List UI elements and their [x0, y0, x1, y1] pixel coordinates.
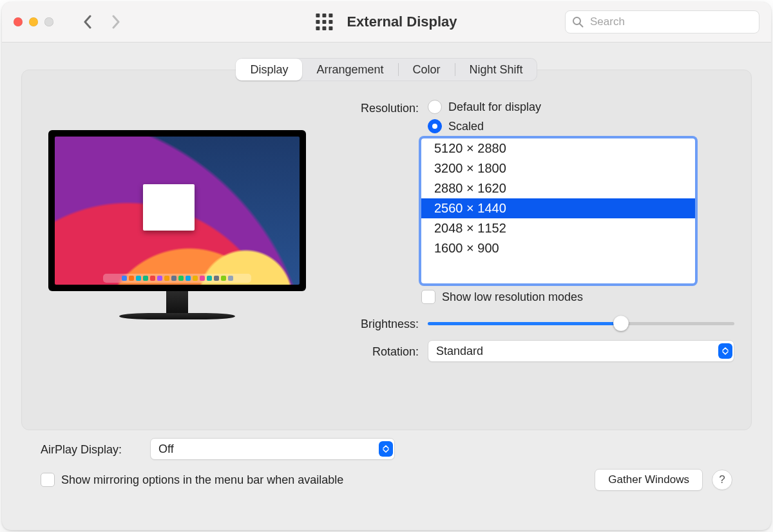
resolution-default-radio[interactable]: Default for display [428, 100, 734, 114]
resolution-scaled-radio[interactable]: Scaled [428, 119, 734, 133]
body: Display Arrangement Color Night Shift [2, 43, 771, 501]
rotation-select[interactable]: Standard [428, 340, 734, 362]
svg-line-1 [580, 24, 583, 27]
zoom-window-button [44, 17, 53, 26]
resolution-option[interactable]: 3200 × 1800 [421, 158, 695, 178]
title-cluster: External Display [316, 14, 457, 30]
controls: Resolution: Default for display Scaled 5… [335, 95, 734, 412]
airplay-value: Off [158, 442, 174, 456]
brightness-label: Brightness: [335, 316, 428, 331]
airplay-label: AirPlay Display: [41, 441, 150, 457]
brightness-slider[interactable] [428, 322, 734, 325]
preferences-window: External Display Display Arrangement Col… [2, 2, 771, 530]
resolution-scaled-label: Scaled [448, 120, 484, 133]
tab-bar: Display Arrangement Color Night Shift [236, 58, 537, 81]
back-button[interactable] [79, 14, 96, 30]
rotation-label: Rotation: [335, 343, 428, 359]
nav-buttons [79, 14, 124, 30]
show-low-res-checkbox[interactable]: Show low resolution modes [421, 290, 734, 304]
tab-night-shift[interactable]: Night Shift [455, 59, 537, 81]
search-input[interactable] [589, 15, 752, 29]
chevron-up-down-icon [379, 441, 393, 457]
tab-arrangement[interactable]: Arrangement [302, 59, 397, 81]
show-mirroring-label: Show mirroring options in the menu bar w… [61, 473, 343, 487]
tab-color[interactable]: Color [399, 59, 455, 81]
footer: AirPlay Display: Off Show mirroring opti… [21, 430, 752, 491]
search-field[interactable] [565, 10, 759, 33]
radio-icon [428, 119, 442, 133]
resolution-option[interactable]: 2880 × 1620 [421, 178, 695, 198]
resolution-option[interactable]: 2560 × 1440 [421, 198, 695, 218]
window-title: External Display [347, 14, 457, 30]
traffic-lights [14, 17, 53, 26]
forward-button[interactable] [108, 14, 124, 30]
monitor-illustration [48, 130, 306, 319]
display-panel: Resolution: Default for display Scaled 5… [21, 70, 752, 430]
slider-thumb[interactable] [613, 316, 629, 331]
close-window-button[interactable] [14, 17, 23, 26]
display-preview [39, 95, 316, 412]
resolution-default-label: Default for display [448, 100, 541, 114]
minimize-window-button[interactable] [29, 17, 38, 26]
resolution-option[interactable]: 2048 × 1152 [421, 218, 695, 238]
resolution-option[interactable]: 1600 × 900 [421, 238, 695, 258]
resolution-listbox[interactable]: 5120 × 28803200 × 18002880 × 16202560 × … [421, 138, 695, 283]
show-low-res-label: Show low resolution modes [442, 290, 583, 304]
chevron-up-down-icon [718, 343, 732, 359]
radio-icon [428, 100, 442, 114]
airplay-select[interactable]: Off [150, 438, 395, 460]
resolution-option[interactable]: 5120 × 2880 [421, 138, 695, 158]
tab-display[interactable]: Display [236, 59, 302, 81]
resolution-label: Resolution: [335, 100, 428, 115]
search-icon [572, 16, 584, 28]
checkbox-icon [41, 473, 55, 487]
gather-windows-button[interactable]: Gather Windows [595, 469, 703, 491]
titlebar: External Display [2, 2, 771, 43]
checkbox-icon [421, 290, 435, 304]
help-button[interactable]: ? [712, 470, 732, 490]
show-all-prefs-button[interactable] [316, 14, 332, 30]
show-mirroring-checkbox[interactable]: Show mirroring options in the menu bar w… [41, 473, 343, 487]
rotation-value: Standard [436, 345, 483, 358]
